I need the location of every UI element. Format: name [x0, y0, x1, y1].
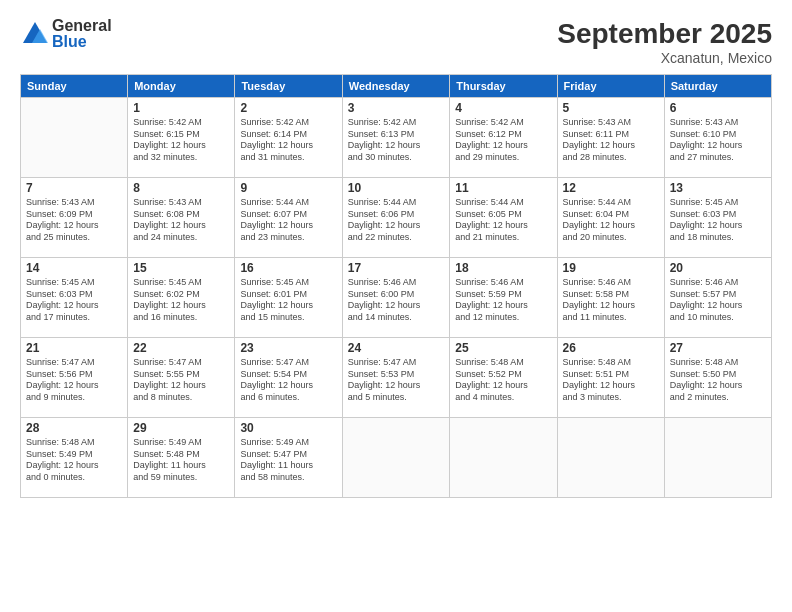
- day-number: 5: [563, 101, 659, 115]
- calendar-cell: 28Sunrise: 5:48 AM Sunset: 5:49 PM Dayli…: [21, 418, 128, 498]
- calendar-cell: 1Sunrise: 5:42 AM Sunset: 6:15 PM Daylig…: [128, 98, 235, 178]
- day-info: Sunrise: 5:48 AM Sunset: 5:50 PM Dayligh…: [670, 357, 766, 404]
- day-number: 27: [670, 341, 766, 355]
- calendar-cell: 20Sunrise: 5:46 AM Sunset: 5:57 PM Dayli…: [664, 258, 771, 338]
- calendar-cell: 29Sunrise: 5:49 AM Sunset: 5:48 PM Dayli…: [128, 418, 235, 498]
- calendar-week-5: 28Sunrise: 5:48 AM Sunset: 5:49 PM Dayli…: [21, 418, 772, 498]
- calendar-cell: 13Sunrise: 5:45 AM Sunset: 6:03 PM Dayli…: [664, 178, 771, 258]
- day-number: 2: [240, 101, 336, 115]
- day-number: 7: [26, 181, 122, 195]
- calendar-cell: 3Sunrise: 5:42 AM Sunset: 6:13 PM Daylig…: [342, 98, 450, 178]
- day-info: Sunrise: 5:44 AM Sunset: 6:07 PM Dayligh…: [240, 197, 336, 244]
- day-number: 9: [240, 181, 336, 195]
- header: General Blue September 2025 Xcanatun, Me…: [20, 18, 772, 66]
- day-info: Sunrise: 5:45 AM Sunset: 6:03 PM Dayligh…: [670, 197, 766, 244]
- day-info: Sunrise: 5:43 AM Sunset: 6:08 PM Dayligh…: [133, 197, 229, 244]
- calendar-week-4: 21Sunrise: 5:47 AM Sunset: 5:56 PM Dayli…: [21, 338, 772, 418]
- calendar-cell: 21Sunrise: 5:47 AM Sunset: 5:56 PM Dayli…: [21, 338, 128, 418]
- day-info: Sunrise: 5:48 AM Sunset: 5:51 PM Dayligh…: [563, 357, 659, 404]
- header-sunday: Sunday: [21, 75, 128, 98]
- day-info: Sunrise: 5:46 AM Sunset: 5:57 PM Dayligh…: [670, 277, 766, 324]
- calendar-cell: 11Sunrise: 5:44 AM Sunset: 6:05 PM Dayli…: [450, 178, 557, 258]
- calendar-cell: 27Sunrise: 5:48 AM Sunset: 5:50 PM Dayli…: [664, 338, 771, 418]
- day-number: 29: [133, 421, 229, 435]
- day-info: Sunrise: 5:49 AM Sunset: 5:47 PM Dayligh…: [240, 437, 336, 484]
- calendar-cell: 30Sunrise: 5:49 AM Sunset: 5:47 PM Dayli…: [235, 418, 342, 498]
- logo-icon: [20, 19, 50, 49]
- day-info: Sunrise: 5:43 AM Sunset: 6:10 PM Dayligh…: [670, 117, 766, 164]
- calendar: Sunday Monday Tuesday Wednesday Thursday…: [20, 74, 772, 498]
- day-info: Sunrise: 5:46 AM Sunset: 5:59 PM Dayligh…: [455, 277, 551, 324]
- day-info: Sunrise: 5:44 AM Sunset: 6:04 PM Dayligh…: [563, 197, 659, 244]
- day-info: Sunrise: 5:46 AM Sunset: 5:58 PM Dayligh…: [563, 277, 659, 324]
- header-wednesday: Wednesday: [342, 75, 450, 98]
- day-number: 17: [348, 261, 445, 275]
- day-number: 4: [455, 101, 551, 115]
- title-block: September 2025 Xcanatun, Mexico: [557, 18, 772, 66]
- header-monday: Monday: [128, 75, 235, 98]
- day-info: Sunrise: 5:42 AM Sunset: 6:12 PM Dayligh…: [455, 117, 551, 164]
- day-number: 21: [26, 341, 122, 355]
- day-info: Sunrise: 5:47 AM Sunset: 5:55 PM Dayligh…: [133, 357, 229, 404]
- day-info: Sunrise: 5:47 AM Sunset: 5:56 PM Dayligh…: [26, 357, 122, 404]
- header-friday: Friday: [557, 75, 664, 98]
- day-info: Sunrise: 5:45 AM Sunset: 6:02 PM Dayligh…: [133, 277, 229, 324]
- day-number: 10: [348, 181, 445, 195]
- day-number: 16: [240, 261, 336, 275]
- day-info: Sunrise: 5:48 AM Sunset: 5:52 PM Dayligh…: [455, 357, 551, 404]
- logo: General Blue: [20, 18, 112, 50]
- calendar-week-2: 7Sunrise: 5:43 AM Sunset: 6:09 PM Daylig…: [21, 178, 772, 258]
- month-title: September 2025: [557, 18, 772, 50]
- day-number: 18: [455, 261, 551, 275]
- day-info: Sunrise: 5:46 AM Sunset: 6:00 PM Dayligh…: [348, 277, 445, 324]
- day-info: Sunrise: 5:43 AM Sunset: 6:11 PM Dayligh…: [563, 117, 659, 164]
- header-tuesday: Tuesday: [235, 75, 342, 98]
- day-number: 30: [240, 421, 336, 435]
- calendar-cell: 26Sunrise: 5:48 AM Sunset: 5:51 PM Dayli…: [557, 338, 664, 418]
- day-number: 19: [563, 261, 659, 275]
- calendar-cell: 17Sunrise: 5:46 AM Sunset: 6:00 PM Dayli…: [342, 258, 450, 338]
- calendar-cell: 14Sunrise: 5:45 AM Sunset: 6:03 PM Dayli…: [21, 258, 128, 338]
- calendar-week-1: 1Sunrise: 5:42 AM Sunset: 6:15 PM Daylig…: [21, 98, 772, 178]
- calendar-cell: [450, 418, 557, 498]
- day-number: 8: [133, 181, 229, 195]
- calendar-week-3: 14Sunrise: 5:45 AM Sunset: 6:03 PM Dayli…: [21, 258, 772, 338]
- calendar-cell: 23Sunrise: 5:47 AM Sunset: 5:54 PM Dayli…: [235, 338, 342, 418]
- day-info: Sunrise: 5:44 AM Sunset: 6:05 PM Dayligh…: [455, 197, 551, 244]
- calendar-cell: 25Sunrise: 5:48 AM Sunset: 5:52 PM Dayli…: [450, 338, 557, 418]
- page: General Blue September 2025 Xcanatun, Me…: [0, 0, 792, 612]
- day-number: 28: [26, 421, 122, 435]
- header-saturday: Saturday: [664, 75, 771, 98]
- day-info: Sunrise: 5:47 AM Sunset: 5:53 PM Dayligh…: [348, 357, 445, 404]
- weekday-header-row: Sunday Monday Tuesday Wednesday Thursday…: [21, 75, 772, 98]
- calendar-cell: 24Sunrise: 5:47 AM Sunset: 5:53 PM Dayli…: [342, 338, 450, 418]
- day-number: 1: [133, 101, 229, 115]
- calendar-cell: 10Sunrise: 5:44 AM Sunset: 6:06 PM Dayli…: [342, 178, 450, 258]
- calendar-cell: 19Sunrise: 5:46 AM Sunset: 5:58 PM Dayli…: [557, 258, 664, 338]
- day-number: 12: [563, 181, 659, 195]
- day-info: Sunrise: 5:43 AM Sunset: 6:09 PM Dayligh…: [26, 197, 122, 244]
- day-number: 11: [455, 181, 551, 195]
- day-info: Sunrise: 5:48 AM Sunset: 5:49 PM Dayligh…: [26, 437, 122, 484]
- header-thursday: Thursday: [450, 75, 557, 98]
- day-number: 26: [563, 341, 659, 355]
- calendar-cell: 15Sunrise: 5:45 AM Sunset: 6:02 PM Dayli…: [128, 258, 235, 338]
- calendar-cell: [342, 418, 450, 498]
- day-number: 20: [670, 261, 766, 275]
- day-info: Sunrise: 5:45 AM Sunset: 6:01 PM Dayligh…: [240, 277, 336, 324]
- calendar-cell: 12Sunrise: 5:44 AM Sunset: 6:04 PM Dayli…: [557, 178, 664, 258]
- calendar-cell: 6Sunrise: 5:43 AM Sunset: 6:10 PM Daylig…: [664, 98, 771, 178]
- day-number: 13: [670, 181, 766, 195]
- day-number: 23: [240, 341, 336, 355]
- day-info: Sunrise: 5:44 AM Sunset: 6:06 PM Dayligh…: [348, 197, 445, 244]
- calendar-cell: 2Sunrise: 5:42 AM Sunset: 6:14 PM Daylig…: [235, 98, 342, 178]
- calendar-cell: [557, 418, 664, 498]
- logo-text: General Blue: [52, 18, 112, 50]
- day-info: Sunrise: 5:42 AM Sunset: 6:13 PM Dayligh…: [348, 117, 445, 164]
- day-info: Sunrise: 5:42 AM Sunset: 6:14 PM Dayligh…: [240, 117, 336, 164]
- day-info: Sunrise: 5:49 AM Sunset: 5:48 PM Dayligh…: [133, 437, 229, 484]
- calendar-cell: 22Sunrise: 5:47 AM Sunset: 5:55 PM Dayli…: [128, 338, 235, 418]
- calendar-cell: [664, 418, 771, 498]
- day-number: 3: [348, 101, 445, 115]
- calendar-cell: 16Sunrise: 5:45 AM Sunset: 6:01 PM Dayli…: [235, 258, 342, 338]
